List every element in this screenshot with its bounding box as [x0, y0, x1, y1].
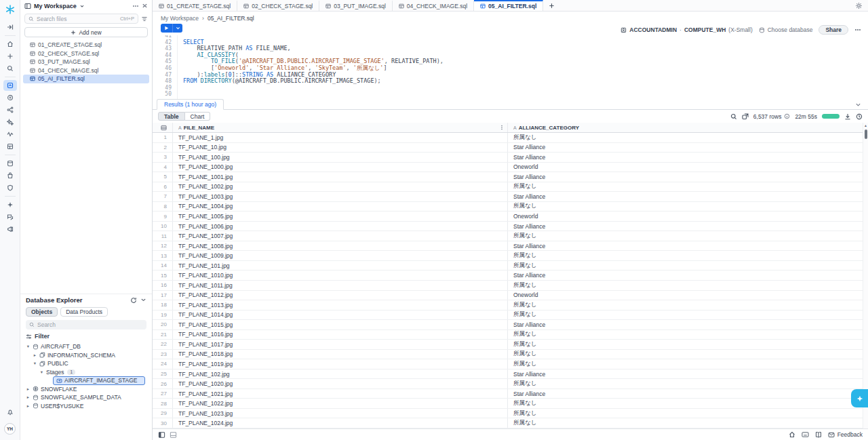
share-nodes-icon[interactable] [3, 104, 17, 115]
more-options-icon[interactable] [132, 3, 139, 9]
keyboard-shortcuts-icon[interactable] [802, 431, 809, 438]
table-row[interactable]: 12TF_PLANE_1008.jpgStar Alliance [153, 241, 868, 252]
table-row[interactable]: 6TF_PLANE_1002.jpg所属なし [153, 182, 868, 193]
breadcrumb-parent[interactable]: My Workspace [161, 15, 199, 22]
table-row[interactable]: 11TF_PLANE_1007.jpg所属なし [153, 231, 868, 241]
tree-node-snowflake_sample_data[interactable]: ▸SNOWFLAKE_SAMPLE_DATA [20, 393, 152, 402]
tab-05_AI_FILTER.sql[interactable]: 05_AI_FILTER.sql [474, 0, 543, 11]
file-item-05_AI_FILTER.sql[interactable]: 05_AI_FILTER.sql [23, 75, 149, 83]
activity-icon[interactable] [3, 129, 17, 140]
share-button[interactable]: Share [818, 25, 848, 35]
table-row[interactable]: 19TF_PLANE_1014.jpg所属なし [153, 311, 868, 321]
tree-node-user$yusuke[interactable]: ▸USER$YUSUKE [20, 402, 152, 411]
table-row[interactable]: 9TF_PLANE_1005.jpgOneworld [153, 212, 868, 222]
table-view-button[interactable]: Table [158, 112, 185, 121]
search-results-icon[interactable] [730, 113, 737, 120]
table-row[interactable]: 7TF_PLANE_1003.jpgStar Alliance [153, 192, 868, 202]
table-row[interactable]: 27TF_PLANE_1021.jpgStar Alliance [153, 389, 868, 399]
explorer-search-input[interactable]: Search [26, 320, 146, 329]
more-actions-button[interactable] [854, 26, 861, 33]
workspaces-icon[interactable] [3, 80, 17, 91]
table-row[interactable]: 3TF_PLANE_100.jpgStar Alliance [153, 153, 868, 163]
collapse-results-icon[interactable] [855, 102, 861, 108]
column-menu-icon[interactable] [499, 125, 505, 130]
table-row[interactable]: 10TF_PLANE_1006.jpgStar Alliance [153, 222, 868, 232]
tab-03_PUT_IMAGE.sql[interactable]: 03_PUT_IMAGE.sql [319, 0, 393, 11]
search-icon[interactable] [3, 63, 17, 74]
sort-icon[interactable] [141, 16, 148, 22]
feedback-button[interactable]: Feedback [828, 431, 863, 438]
chart-view-button[interactable]: Chart [185, 112, 211, 121]
table-row[interactable]: 13TF_PLANE_1009.jpg所属なし [153, 251, 868, 261]
table-row[interactable]: 5TF_PLANE_1001.jpgStar Alliance [153, 172, 868, 182]
toggle-bottom-panel-icon[interactable] [170, 431, 177, 439]
tab-04_CHECK_IMAGE.sql[interactable]: 04_CHECK_IMAGE.sql [393, 0, 474, 11]
home-icon[interactable] [3, 39, 17, 49]
file-item-04_CHECK_IMAGE.sql[interactable]: 04_CHECK_IMAGE.sql [23, 66, 149, 75]
scrollbar-thumb[interactable] [865, 129, 867, 139]
add-new-button[interactable]: Add new [24, 27, 148, 37]
alliance-category-column-header[interactable]: A ALLIANCE_CATEGORY [508, 123, 868, 132]
open-table-icon[interactable] [742, 113, 749, 120]
chevron-down-icon[interactable] [79, 3, 85, 9]
create-icon[interactable] [3, 51, 17, 62]
user-avatar[interactable]: YH [4, 423, 16, 435]
table-row[interactable]: 18TF_PLANE_1013.jpg所属なし [153, 300, 868, 311]
snowflake-logo[interactable] [3, 4, 17, 15]
home-status-icon[interactable] [789, 431, 795, 438]
history-clock-icon[interactable] [856, 113, 863, 120]
sql-code[interactable]: SELECT RELATIVE_PATH AS FILE_NAME, AI_CL… [177, 35, 868, 99]
table-row[interactable]: 15TF_PLANE_1010.jpgStar Alliance [153, 271, 868, 281]
sql-editor[interactable]: 41424344454647484950 SELECT RELATIVE_PAT… [153, 35, 868, 99]
announcements-icon[interactable] [3, 224, 17, 235]
table-row[interactable]: 21TF_PLANE_1016.jpg所属なし [153, 330, 868, 340]
table-row[interactable]: 28TF_PLANE_1022.jpg所属なし [153, 399, 868, 409]
table-row[interactable]: 23TF_PLANE_1018.jpg所属なし [153, 350, 868, 360]
tree-node-stages[interactable]: ▾Stages1 [20, 368, 152, 377]
file-item-02_CHECK_STAGE.sql[interactable]: 02_CHECK_STAGE.sql [23, 49, 149, 58]
table-row[interactable]: 30TF_PLANE_1024.jpg所属なし [153, 418, 868, 428]
table-row[interactable]: 17TF_PLANE_1012.jpgOneworld [153, 291, 868, 301]
settings-gear-icon[interactable] [855, 2, 863, 9]
tab-02_CHECK_STAGE.sql[interactable]: 02_CHECK_STAGE.sql [237, 0, 319, 11]
new-tab-button[interactable] [543, 0, 560, 11]
tree-node-snowflake[interactable]: ▸SNOWFLAKE [20, 385, 152, 394]
tab-01_CREATE_STAGE.sql[interactable]: 01_CREATE_STAGE.sql [153, 0, 237, 11]
table-row[interactable]: 22TF_PLANE_1017.jpg所属なし [153, 340, 868, 350]
info-icon[interactable] [784, 113, 790, 119]
results-tab[interactable]: Results (1 hour ago) [157, 99, 224, 110]
collapse-sidebar-icon[interactable] [142, 3, 148, 9]
explorer-tab-data-products[interactable]: Data Products [60, 307, 108, 317]
table-row[interactable]: 26TF_PLANE_1020.jpg所属なし [153, 379, 868, 389]
table-row[interactable]: 1TF_PLANE_1.jpg所属なし [153, 133, 868, 143]
data-icon[interactable] [3, 158, 17, 169]
collapse-rail-icon[interactable] [3, 22, 17, 33]
copilot-sparkle-icon[interactable] [3, 199, 17, 210]
notifications-bell-icon[interactable] [3, 407, 17, 418]
tree-node-aircraft_image_stage[interactable]: AIRCRAFT_IMAGE_STAGE [20, 376, 152, 385]
refresh-icon[interactable] [130, 297, 137, 304]
collapse-explorer-icon[interactable] [140, 297, 146, 303]
tree-node-information_schema[interactable]: ▸INFORMATION_SCHEMA [20, 351, 152, 360]
table-row[interactable]: 16TF_PLANE_1011.jpg所属なし [153, 281, 868, 291]
table-row[interactable]: 2TF_PLANE_10.jpgStar Alliance [153, 143, 868, 153]
data-cloud-icon[interactable] [3, 92, 17, 103]
table-row[interactable]: 14TF_PLANE_101.jpg所属なし [153, 261, 868, 271]
row-number-header[interactable] [153, 123, 173, 132]
explorer-tab-objects[interactable]: Objects [26, 307, 58, 317]
file-item-03_PUT_IMAGE.sql[interactable]: 03_PUT_IMAGE.sql [23, 58, 149, 66]
table-row[interactable]: 4TF_PLANE_1000.jpgOneworld [153, 163, 868, 173]
table-row[interactable]: 25TF_PLANE_102.jpgStar Alliance [153, 369, 868, 380]
table-scrollbar[interactable]: ▲ [863, 123, 868, 428]
scroll-up-arrow[interactable]: ▲ [863, 123, 868, 128]
file-name-column-header[interactable]: A FILE_NAME [173, 123, 508, 132]
choose-database-button[interactable]: Choose database [759, 26, 813, 33]
tree-node-aircraft_db[interactable]: ▾AIRCRAFT_DB [20, 342, 152, 351]
governance-icon[interactable] [3, 182, 17, 193]
chat-icon[interactable] [3, 212, 17, 222]
file-item-01_CREATE_STAGE.sql[interactable]: 01_CREATE_STAGE.sql [23, 41, 149, 49]
table-row[interactable]: 24TF_PLANE_1019.jpg所属なし [153, 359, 868, 369]
ai-ml-icon[interactable] [3, 117, 17, 127]
documentation-book-icon[interactable] [815, 431, 822, 438]
download-icon[interactable] [844, 113, 851, 120]
